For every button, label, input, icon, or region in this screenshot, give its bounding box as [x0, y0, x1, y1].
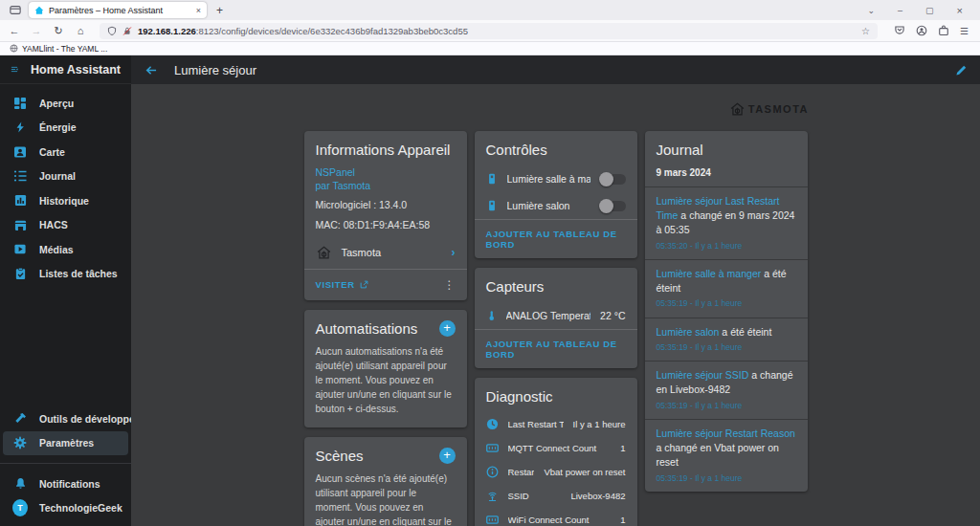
entity-label[interactable]: SSID — [508, 491, 562, 501]
column-right: Journal 9 mars 2024 Lumière séjour Last … — [645, 131, 808, 526]
sidebar-item-user[interactable]: T TechnologieGeek — [3, 496, 128, 521]
sidebar-item-apercu[interactable]: Aperçu — [3, 91, 128, 116]
account-icon[interactable] — [916, 25, 927, 36]
menu-icon[interactable]: ☰ — [960, 26, 969, 36]
toggle-switch[interactable] — [600, 174, 626, 185]
sidebar-item-outils[interactable]: Outils de développement — [3, 406, 128, 431]
tasmota-integration-icon — [316, 245, 332, 260]
device-page: TASMOTA Informations Appareil NSPanel pa… — [131, 84, 980, 526]
extensions-icon[interactable] — [938, 25, 949, 36]
main-area: Lumière séjour TASMOTA Informations Appa… — [131, 55, 980, 526]
window-maximize-icon[interactable]: ▢ — [925, 6, 934, 15]
entity-label[interactable]: Restart Reason — [508, 467, 535, 477]
add-to-dashboard-button[interactable]: AJOUTER AU TABLEAU DE BORD — [486, 339, 626, 360]
pocket-icon[interactable] — [894, 25, 905, 36]
sidebar-item-label: Énergie — [39, 121, 77, 133]
firefox-view-icon[interactable] — [6, 3, 25, 17]
device-manufacturer: par Tasmota — [304, 179, 467, 192]
card-title: Scènes — [316, 448, 364, 464]
bookmark-star-icon[interactable]: ☆ — [861, 26, 870, 36]
card-title: Informations Appareil — [304, 131, 467, 165]
visit-button[interactable]: VISITER — [316, 279, 368, 290]
journal-timestamp: 05:35:20 - Il y a 1 heure — [657, 240, 796, 252]
insecure-lock-icon[interactable] — [122, 26, 132, 36]
sidebar-title: Home Assistant — [31, 63, 121, 77]
bookmark-item[interactable]: YAMLlint - The YAML ... — [22, 44, 107, 54]
entity-link[interactable]: Lumière séjour SSID — [657, 369, 749, 381]
sidebar-item-label: Historique — [39, 195, 89, 207]
entity-label[interactable]: MQTT Connect Count — [508, 443, 612, 453]
forward-icon: → — [30, 25, 43, 36]
entity-label[interactable]: Lumière salle à manger — [507, 173, 590, 185]
journal-entry: Lumière salon a été éteint 05:35:19 - Il… — [645, 318, 808, 362]
brand-text: TASMOTA — [748, 103, 809, 115]
entity-row: Lumière salle à manger — [475, 165, 637, 192]
tab-list-icon[interactable]: ⌄ — [867, 6, 875, 15]
globe-icon — [10, 44, 18, 53]
entity-link[interactable]: Lumière salon — [657, 326, 720, 338]
journal-timestamp: 05:35:19 - Il y a 1 heure — [657, 297, 796, 309]
sidebar-item-label: HACS — [39, 219, 68, 230]
tab-close-icon[interactable]: × — [196, 6, 201, 15]
tasmota-brand: TASMOTA — [729, 101, 809, 117]
add-scene-button[interactable]: + — [439, 448, 456, 464]
home-assistant-app: Home Assistant Aperçu Énergie Carte Jour… — [0, 55, 980, 526]
clock-icon — [486, 418, 499, 430]
new-tab-button[interactable]: + — [216, 4, 223, 17]
home-icon[interactable]: ⌂ — [74, 25, 87, 36]
sidebar-item-energie[interactable]: Énergie — [3, 116, 128, 141]
url-bar[interactable]: 192.168.1.226:8123/config/devices/device… — [100, 23, 878, 39]
sidebar-item-parametres[interactable]: Paramètres — [3, 431, 128, 456]
entity-link[interactable]: Lumière séjour Restart Reason — [657, 427, 795, 439]
device-mac: MAC: 08:D1:F9:A4:EA:58 — [304, 218, 467, 231]
scenes-card: Scènes + Aucun scènes n'a été ajouté(e) … — [304, 437, 467, 526]
sidebar-item-label: Listes de tâches — [39, 268, 118, 279]
kebab-menu-icon[interactable]: ⋮ — [444, 278, 456, 292]
empty-text: Aucun scènes n'a été ajouté(e) utilisant… — [304, 471, 467, 526]
column-left: Informations Appareil NSPanel par Tasmot… — [304, 131, 467, 526]
entity-label[interactable]: ANALOG Temperature1 — [506, 310, 591, 321]
card-title: Journal — [645, 131, 808, 165]
sidebar: Home Assistant Aperçu Énergie Carte Jour… — [0, 55, 131, 526]
window-close-icon[interactable]: × — [957, 5, 963, 16]
counter-icon — [486, 442, 499, 454]
store-icon — [12, 219, 28, 231]
sidebar-item-journal[interactable]: Journal — [3, 164, 128, 189]
entity-link[interactable]: Lumière salle à manger — [657, 268, 762, 279]
shield-icon[interactable] — [107, 26, 117, 36]
entity-row: SSID Livebox-9482 — [475, 484, 637, 508]
entity-label[interactable]: WiFi Connect Count — [508, 515, 612, 525]
sidebar-item-historique[interactable]: Historique — [3, 188, 128, 213]
info-icon — [486, 466, 499, 478]
sidebar-nav: Aperçu Énergie Carte Journal Historique … — [0, 84, 131, 286]
add-to-dashboard-button[interactable]: AJOUTER AU TABLEAU DE BORD — [486, 229, 626, 250]
sidebar-item-carte[interactable]: Carte — [3, 140, 128, 164]
reload-icon[interactable]: ↻ — [52, 25, 65, 37]
sidebar-item-notifications[interactable]: Notifications — [3, 471, 128, 496]
add-automation-button[interactable]: + — [439, 320, 456, 337]
url-text[interactable]: 192.168.1.226:8123/config/devices/device… — [138, 26, 468, 36]
entity-label[interactable]: Lumière salon — [507, 200, 590, 211]
integration-row[interactable]: Tasmota › — [304, 235, 467, 269]
back-icon[interactable]: ← — [8, 25, 21, 36]
sidebar-item-medias[interactable]: Médias — [3, 237, 128, 262]
list-icon — [12, 169, 28, 183]
sidebar-item-label: Carte — [39, 146, 65, 158]
journal-entry: Lumière séjour Restart Reason a changé e… — [645, 419, 808, 492]
edit-pencil-icon[interactable] — [955, 64, 968, 77]
sidebar-menu-icon[interactable] — [11, 63, 18, 76]
tasmota-logo-icon — [729, 101, 746, 117]
window-minimize-icon[interactable]: – — [898, 6, 902, 15]
card-title: Capteurs — [475, 268, 637, 302]
browser-tab[interactable]: Paramètres – Home Assistant × — [29, 2, 207, 18]
bell-icon — [12, 477, 28, 490]
entity-row: Last Restart Time Il y a 1 heure — [475, 412, 637, 436]
toggle-switch[interactable] — [600, 201, 626, 211]
sidebar-item-hacs[interactable]: HACS — [3, 213, 128, 238]
entity-label[interactable]: Last Restart Time — [508, 419, 564, 429]
sidebar-item-label: Aperçu — [39, 98, 74, 109]
lightning-bolt-icon — [12, 121, 28, 134]
person-badge-icon — [12, 145, 28, 159]
back-arrow-icon[interactable] — [144, 64, 158, 77]
sidebar-item-listes[interactable]: Listes de tâches — [3, 262, 128, 287]
